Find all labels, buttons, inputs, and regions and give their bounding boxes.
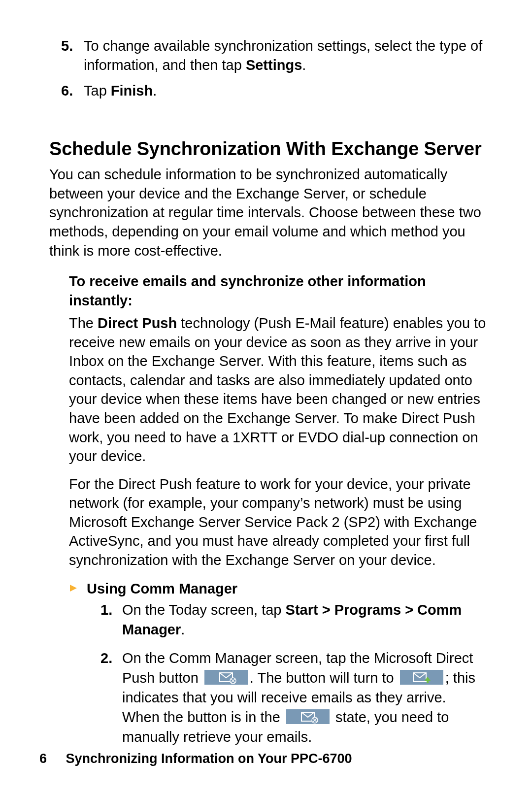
triangle-right-icon <box>69 581 78 593</box>
text-run: . <box>302 57 306 73</box>
item-number: 6. <box>61 81 73 100</box>
list-item: 1. On the Today screen, tap Start > Prog… <box>122 600 487 639</box>
list-item: 2. On the Comm Manager screen, tap the M… <box>122 648 487 747</box>
text-run: . <box>181 622 185 637</box>
paragraph: The Direct Push technology (Push E-Mail … <box>69 314 487 466</box>
text-run: On the Today screen, tap <box>122 602 286 618</box>
direct-push-disabled-icon <box>286 709 330 724</box>
text-bold: Finish <box>111 83 153 99</box>
page-number: 6 <box>39 751 62 766</box>
list-item: 5. To change available synchronization s… <box>84 36 487 74</box>
text-run: technology (Push E-Mail feature) enables… <box>69 315 486 464</box>
page-footer: 6 Synchronizing Information on Your PPC-… <box>39 751 352 766</box>
direct-push-disabled-icon <box>204 670 248 685</box>
text-bold: Settings <box>246 57 302 73</box>
text-run: The <box>69 315 98 331</box>
item-number: 1. <box>100 600 112 620</box>
direct-push-enabled-icon <box>400 670 443 685</box>
document-page: 5. To change available synchronization s… <box>0 0 532 795</box>
top-numbered-list: 5. To change available synchronization s… <box>49 36 487 100</box>
text-run: Tap <box>84 83 111 99</box>
sub-heading: To receive emails and synchronize other … <box>69 272 487 310</box>
list-item: 6. Tap Finish. <box>84 81 487 100</box>
svg-rect-8 <box>427 681 429 683</box>
text-run: . The button will turn to <box>250 670 398 686</box>
paragraph: You can schedule information to be synch… <box>49 165 487 260</box>
text-bold: Direct Push <box>98 315 177 331</box>
footer-title: Synchronizing Information on Your PPC-67… <box>66 751 352 766</box>
item-number: 2. <box>100 648 112 668</box>
paragraph: For the Direct Push feature to work for … <box>69 475 487 570</box>
inner-numbered-list: 1. On the Today screen, tap Start > Prog… <box>49 600 487 747</box>
svg-rect-6 <box>400 670 443 685</box>
section-heading: Schedule Synchronization With Exchange S… <box>49 138 487 161</box>
bullet-heading-row: Using Comm Manager <box>69 581 487 597</box>
text-run: . <box>153 83 157 99</box>
item-number: 5. <box>61 36 73 56</box>
svg-marker-0 <box>70 585 77 592</box>
bullet-heading-label: Using Comm Manager <box>87 581 237 597</box>
